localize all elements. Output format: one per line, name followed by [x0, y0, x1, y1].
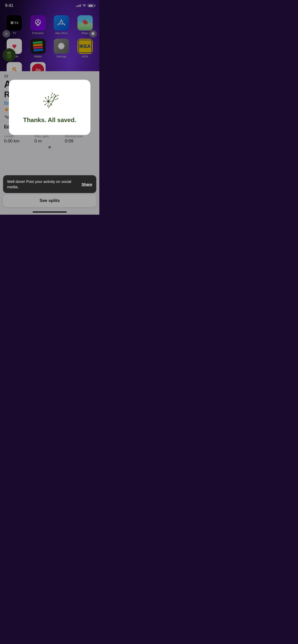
svg-line-33	[51, 94, 52, 96]
modal-title: Thanks. All saved.	[23, 116, 76, 124]
svg-line-29	[52, 95, 54, 98]
svg-point-26	[45, 97, 46, 98]
home-indicator	[33, 211, 67, 213]
svg-line-25	[46, 98, 48, 101]
svg-point-32	[57, 98, 58, 99]
toast-share-button[interactable]: Share	[82, 182, 92, 186]
svg-point-20	[48, 106, 48, 106]
toast-notification: Well done! Post your activity on social …	[3, 175, 96, 193]
svg-line-31	[54, 99, 57, 100]
svg-line-15	[49, 101, 53, 101]
svg-point-22	[45, 104, 46, 105]
modal-logo	[34, 90, 65, 110]
svg-point-12	[48, 96, 49, 97]
svg-point-24	[44, 101, 44, 101]
svg-point-16	[53, 100, 53, 101]
dandelion-svg	[34, 90, 65, 110]
svg-point-34	[52, 93, 53, 93]
svg-point-18	[51, 105, 52, 105]
svg-point-14	[51, 97, 52, 98]
modal-card: Thanks. All saved.	[9, 80, 90, 135]
svg-point-28	[55, 96, 56, 96]
toast-message: Well done! Post your activity on social …	[7, 179, 78, 189]
svg-point-36	[58, 95, 58, 95]
svg-line-19	[48, 103, 48, 106]
svg-line-21	[45, 102, 48, 105]
svg-line-23	[44, 101, 47, 101]
svg-line-17	[49, 102, 51, 105]
svg-line-13	[49, 98, 51, 101]
svg-point-30	[54, 94, 55, 95]
